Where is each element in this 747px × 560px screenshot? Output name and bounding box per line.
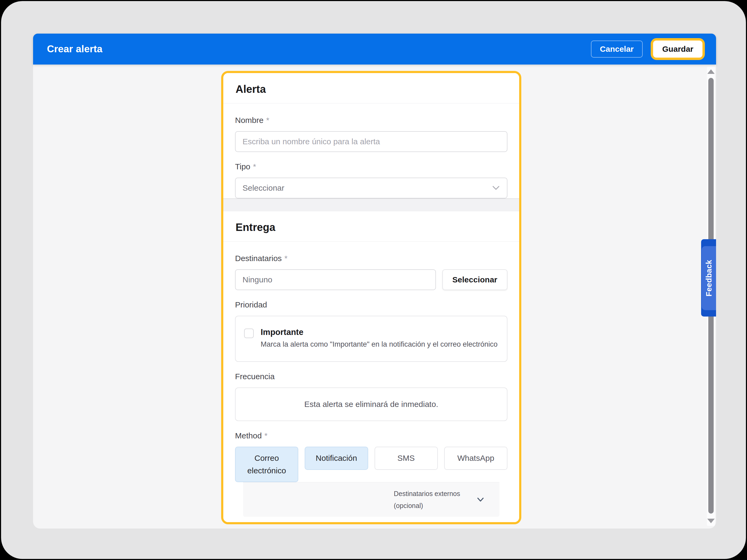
- external-recipients-label: Destinatarios externos (opcional): [394, 488, 466, 511]
- alert-type-select-value: Seleccionar: [242, 184, 284, 192]
- delivery-section-title: Entrega: [236, 221, 507, 233]
- important-text-block: Importante Marca la alerta como "Importa…: [261, 327, 497, 349]
- frequency-label-text: Frecuencia: [235, 372, 275, 381]
- recipients-field-label: Destinatarios*: [235, 254, 508, 263]
- method-options: Correo electrónico Notificación SMS What…: [235, 447, 508, 482]
- type-label-text: Tipo: [235, 162, 250, 171]
- feedback-tab[interactable]: Feedback: [701, 239, 716, 317]
- name-field-label: Nombre*: [235, 116, 508, 125]
- important-checkbox[interactable]: [244, 328, 254, 338]
- section-gap: [223, 198, 519, 211]
- method-label-text: Method: [235, 431, 262, 440]
- alert-section-title: Alerta: [236, 83, 507, 95]
- important-title: Importante: [261, 327, 497, 337]
- external-recipients-toggle[interactable]: Destinatarios externos (opcional): [243, 482, 499, 517]
- priority-box: Importante Marca la alerta como "Importa…: [235, 316, 508, 362]
- frequency-message: Esta alerta se eliminará de inmediato.: [304, 400, 438, 409]
- header-actions: Cancelar Guardar: [591, 38, 705, 60]
- recipients-row: Seleccionar: [235, 269, 508, 290]
- delivery-section: Entrega Destinatarios* Seleccionar Prior…: [223, 211, 519, 524]
- recipients-value-field[interactable]: [235, 269, 436, 290]
- delivery-section-header: Entrega: [223, 211, 519, 241]
- recipients-label-text: Destinatarios: [235, 254, 282, 263]
- method-notification-button[interactable]: Notificación: [305, 447, 368, 470]
- create-alert-dialog: Crear alerta Cancelar Guardar Alerta: [33, 34, 716, 529]
- save-button[interactable]: Guardar: [653, 41, 702, 58]
- method-field-label: Method*: [235, 431, 508, 440]
- cancel-button[interactable]: Cancelar: [591, 41, 643, 58]
- alert-type-select[interactable]: Seleccionar: [235, 178, 508, 198]
- form-highlight-outline: Alerta Nombre* Tipo* Seleccionar: [221, 71, 521, 524]
- important-description: Marca la alerta como "Importante" en la …: [261, 340, 497, 349]
- frequency-field-label: Frecuencia: [235, 372, 508, 381]
- delivery-section-body: Destinatarios* Seleccionar Prioridad: [223, 242, 519, 524]
- alert-name-input[interactable]: [235, 131, 508, 152]
- dialog-header: Crear alerta Cancelar Guardar: [33, 34, 716, 64]
- feedback-tab-label: Feedback: [704, 260, 713, 296]
- type-field-label: Tipo*: [235, 162, 508, 171]
- method-email-button[interactable]: Correo electrónico: [235, 447, 298, 482]
- alert-section-header: Alerta: [223, 73, 519, 103]
- chevron-down-icon: [476, 497, 485, 502]
- external-recipients-line2: (opcional): [394, 500, 466, 512]
- scroll-down-icon[interactable]: [707, 519, 715, 523]
- frequency-box: Esta alerta se eliminará de inmediato.: [235, 388, 508, 421]
- method-whatsapp-button[interactable]: WhatsApp: [444, 447, 508, 470]
- alert-section-body: Nombre* Tipo* Seleccionar: [223, 104, 519, 198]
- spacer: [235, 517, 508, 524]
- dialog-body: Alerta Nombre* Tipo* Seleccionar: [33, 64, 716, 529]
- external-recipients-accordion: Destinatarios externos (opcional): [243, 482, 499, 517]
- required-asterisk: *: [253, 162, 256, 171]
- required-asterisk: *: [284, 254, 288, 263]
- priority-field-label: Prioridad: [235, 300, 508, 309]
- external-recipients-line1: Destinatarios externos: [394, 488, 466, 500]
- chevron-down-icon: [492, 185, 500, 191]
- method-sms-button[interactable]: SMS: [375, 447, 438, 470]
- save-button-highlight-ring: Guardar: [651, 38, 705, 60]
- required-asterisk: *: [264, 431, 267, 440]
- priority-label-text: Prioridad: [235, 300, 267, 309]
- alert-section: Alerta Nombre* Tipo* Seleccionar: [223, 73, 519, 198]
- select-recipients-button[interactable]: Seleccionar: [442, 269, 508, 290]
- feedback-tab-inner: Feedback: [702, 246, 716, 310]
- required-asterisk: *: [266, 116, 269, 125]
- page-title: Crear alerta: [47, 44, 102, 55]
- screen-canvas: Crear alerta Cancelar Guardar Alerta: [1, 1, 746, 559]
- scroll-up-icon[interactable]: [707, 69, 715, 74]
- name-label-text: Nombre: [235, 116, 264, 125]
